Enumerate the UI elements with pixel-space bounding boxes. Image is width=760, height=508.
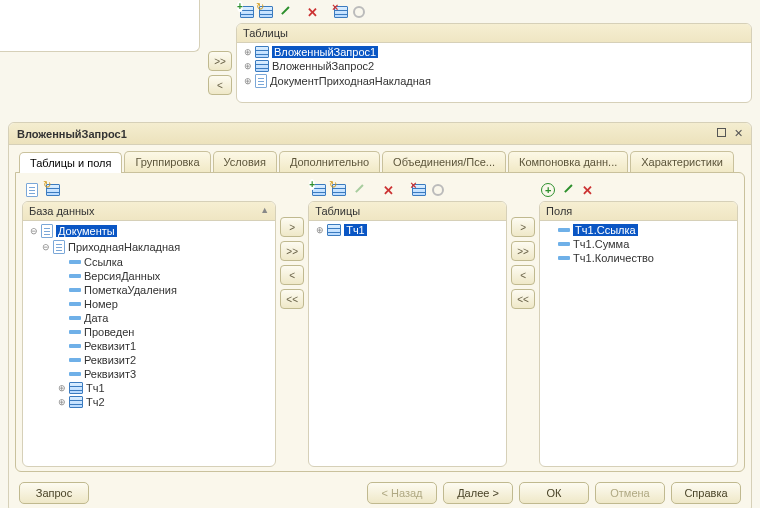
field-icon xyxy=(69,316,81,320)
top-table-row[interactable]: ⊕ДокументПриходнаяНакладная xyxy=(241,73,747,89)
query-editor: ВложенныйЗапрос1 ✕ Таблицы и поля Группи… xyxy=(8,122,752,508)
top-tables-panel: Таблицы ⊕ВложенныйЗапрос1 ⊕ВложенныйЗапр… xyxy=(236,23,752,103)
tab-conditions[interactable]: Условия xyxy=(213,151,277,172)
document-icon xyxy=(255,74,267,88)
remove-field-button[interactable]: < xyxy=(511,265,535,285)
top-toolbar: ✕ xyxy=(200,0,752,23)
add-table-icon[interactable] xyxy=(238,4,254,20)
table-icon xyxy=(69,382,83,394)
remove-table-icon[interactable] xyxy=(410,182,426,198)
top-table-row[interactable]: ⊕ВложенныйЗапрос2 xyxy=(241,59,747,73)
delete-icon[interactable]: ✕ xyxy=(579,182,595,198)
top-tables-header: Таблицы xyxy=(237,24,751,43)
db-field[interactable]: ВерсияДанных xyxy=(27,269,271,283)
tab-characteristics[interactable]: Характеристики xyxy=(630,151,734,172)
db-toolbar xyxy=(22,179,276,201)
database-panel: База данных ▲ ⊖Документы ⊖ПриходнаяНакла… xyxy=(22,201,276,467)
help-button[interactable]: Справка xyxy=(671,482,741,504)
db-field[interactable]: Проведен xyxy=(27,325,271,339)
field-icon xyxy=(558,228,570,232)
swap-table-icon[interactable] xyxy=(330,182,346,198)
db-header: База данных xyxy=(29,205,95,217)
remove-all-fields-button[interactable]: << xyxy=(511,289,535,309)
field-row[interactable]: Тч1.Количество xyxy=(544,251,733,265)
field-icon xyxy=(558,242,570,246)
fields-header: Поля xyxy=(540,202,737,221)
db-field[interactable]: Дата xyxy=(27,311,271,325)
db-field[interactable]: Реквизит2 xyxy=(27,353,271,367)
ok-button[interactable]: ОК xyxy=(519,482,589,504)
chevron-up-icon[interactable]: ▲ xyxy=(260,205,269,217)
fields-toolbar: + ✕ xyxy=(539,179,738,201)
cancel-button: Отмена xyxy=(595,482,665,504)
db-category[interactable]: ⊖Документы xyxy=(27,223,271,239)
table-icon xyxy=(255,46,269,58)
field-icon xyxy=(69,260,81,264)
fields-panel: Поля Тч1.Ссылка Тч1.Сумма Тч1.Количество xyxy=(539,201,738,467)
documents-icon xyxy=(41,224,53,238)
field-icon xyxy=(69,274,81,278)
tables-panel: Таблицы ⊕Тч1 xyxy=(308,201,507,467)
tables-header: Таблицы xyxy=(309,202,506,221)
add-icon[interactable]: + xyxy=(541,183,555,197)
close-icon[interactable]: ✕ xyxy=(734,127,743,140)
field-row[interactable]: Тч1.Ссылка xyxy=(544,223,733,237)
blank-panel xyxy=(0,0,200,52)
db-field[interactable]: Реквизит3 xyxy=(27,367,271,381)
tab-bar: Таблицы и поля Группировка Условия Допол… xyxy=(9,145,751,172)
field-icon xyxy=(69,302,81,306)
table-icon xyxy=(255,60,269,72)
db-field[interactable]: ПометкаУдаления xyxy=(27,283,271,297)
swap-table-icon[interactable] xyxy=(257,4,273,20)
nested-query-icon[interactable] xyxy=(24,182,40,198)
edit-icon xyxy=(350,182,366,198)
db-field[interactable]: Номер xyxy=(27,297,271,311)
db-document[interactable]: ⊖ПриходнаяНакладная xyxy=(27,239,271,255)
tab-composition[interactable]: Компоновка данн... xyxy=(508,151,628,172)
field-icon xyxy=(69,358,81,362)
remove-all-tables-button[interactable]: << xyxy=(280,289,304,309)
maximize-icon[interactable] xyxy=(717,127,726,140)
move-left-button[interactable]: < xyxy=(208,75,232,95)
db-tabsection[interactable]: ⊕Тч2 xyxy=(27,395,271,409)
top-table-row[interactable]: ⊕ВложенныйЗапрос1 xyxy=(241,45,747,59)
move-right-button[interactable]: >> xyxy=(208,51,232,71)
edit-icon[interactable] xyxy=(276,4,292,20)
db-field[interactable]: Ссылка xyxy=(27,255,271,269)
add-all-tables-button[interactable]: >> xyxy=(280,241,304,261)
field-icon xyxy=(558,256,570,260)
table-icon xyxy=(327,224,341,236)
next-button[interactable]: Далее > xyxy=(443,482,513,504)
tab-advanced[interactable]: Дополнительно xyxy=(279,151,380,172)
table-row[interactable]: ⊕Тч1 xyxy=(313,223,502,237)
temp-table-icon[interactable] xyxy=(44,182,60,198)
tables-toolbar: ✕ xyxy=(308,179,507,201)
query-button[interactable]: Запрос xyxy=(19,482,89,504)
table-icon xyxy=(69,396,83,408)
back-button: < Назад xyxy=(367,482,437,504)
settings-icon xyxy=(351,4,367,20)
delete-icon[interactable]: ✕ xyxy=(380,182,396,198)
field-row[interactable]: Тч1.Сумма xyxy=(544,237,733,251)
field-icon xyxy=(69,330,81,334)
editor-title: ВложенныйЗапрос1 xyxy=(17,128,127,140)
add-table-icon[interactable] xyxy=(310,182,326,198)
field-icon xyxy=(69,372,81,376)
field-icon xyxy=(69,344,81,348)
add-all-fields-button[interactable]: >> xyxy=(511,241,535,261)
db-tabsection[interactable]: ⊕Тч1 xyxy=(27,381,271,395)
remove-table-button[interactable]: < xyxy=(280,265,304,285)
tab-joins[interactable]: Объединения/Псе... xyxy=(382,151,506,172)
db-field[interactable]: Реквизит1 xyxy=(27,339,271,353)
tab-tables-fields[interactable]: Таблицы и поля xyxy=(19,152,122,173)
tab-grouping[interactable]: Группировка xyxy=(124,151,210,172)
add-field-button[interactable]: > xyxy=(511,217,535,237)
document-icon xyxy=(53,240,65,254)
settings-icon xyxy=(430,182,446,198)
remove-table-icon[interactable] xyxy=(332,4,348,20)
add-table-button[interactable]: > xyxy=(280,217,304,237)
delete-icon[interactable]: ✕ xyxy=(304,4,320,20)
edit-icon[interactable] xyxy=(559,182,575,198)
field-icon xyxy=(69,288,81,292)
